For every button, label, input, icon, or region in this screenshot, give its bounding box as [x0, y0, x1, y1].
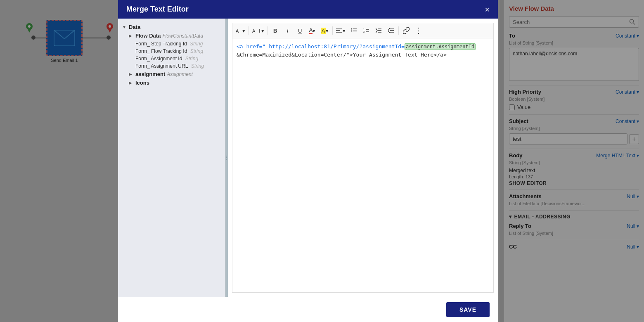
font-family-dropdown[interactable]: A I ▾: [251, 27, 266, 35]
assignment-id-label: Form_ Assignment Id: [135, 56, 182, 62]
editor-content-assignment-id-tag: assignment.AssignmentId: [405, 43, 476, 50]
editor-panel: A ▾ A I ▾ B I U A ▾ A ▾: [228, 19, 498, 297]
ordered-list-button[interactable]: 1. 2.: [360, 25, 372, 36]
link-icon: [403, 27, 410, 34]
modal-body: ▼ Data ▶ Flow Data FlowConstantData Form…: [118, 19, 498, 297]
tree-assignment[interactable]: ▶ assignment Assignment: [129, 70, 221, 78]
ol-icon: 1. 2.: [363, 28, 369, 33]
assignment-url-label: Form_ Assignment URL: [135, 63, 188, 69]
tree-icons-label: Icons: [135, 80, 149, 86]
font-family-icon: A: [252, 28, 258, 33]
align-icon: [336, 28, 342, 33]
save-button[interactable]: SAVE: [446, 302, 490, 317]
tree-root-label: Data: [129, 24, 140, 30]
editor-content-url-rest: &Chrome=Maximized&Location=Center/">Your…: [237, 52, 447, 58]
indent-icon: [376, 28, 381, 33]
more-button[interactable]: ⋮: [413, 25, 424, 36]
tree-icons-arrow: ▶: [129, 80, 134, 85]
svg-point-14: [351, 28, 352, 30]
tree-flow-data[interactable]: ▶ Flow Data FlowConstantData: [129, 31, 221, 40]
editor-content[interactable]: <a href=" http://localhost:81/Primary/?a…: [232, 38, 494, 293]
flow-data-children: Form_ Step Tracking Id String Form_ Flow…: [129, 40, 221, 70]
tree-assignment-type: Assignment: [167, 71, 193, 77]
editor-toolbar: A ▾ A I ▾ B I U A ▾ A ▾: [232, 23, 494, 38]
flow-tracking-label: Form_ Flow Tracking Id: [135, 48, 187, 54]
toolbar-sep-3: [332, 26, 333, 35]
tree-flow-arrow: ▶: [129, 33, 134, 38]
tree-children: ▶ Flow Data FlowConstantData Form_ Step …: [122, 31, 221, 87]
tree-child-step-tracking[interactable]: Form_ Step Tracking Id String: [135, 40, 221, 47]
italic-button[interactable]: I: [282, 25, 294, 36]
align-dropdown[interactable]: ▾: [334, 27, 347, 35]
modal-close-button[interactable]: ×: [485, 5, 490, 14]
modal-header: Merge Text Editor ×: [118, 0, 498, 19]
indent-button[interactable]: [373, 25, 384, 36]
font-size-icon: A: [236, 28, 242, 33]
svg-text:2.: 2.: [363, 31, 365, 33]
tree-child-assignment-url[interactable]: Form_ Assignment URL String: [135, 62, 221, 70]
tree-flow-data-type: FlowConstantData: [162, 33, 203, 39]
editor-content-url: http://localhost:81/Primary/?assignmentI…: [265, 43, 405, 50]
link-button[interactable]: [400, 25, 412, 36]
outdent-button[interactable]: [385, 25, 397, 36]
svg-text:A: A: [252, 28, 256, 33]
tree-assignment-arrow: ▶: [129, 72, 134, 76]
modal-title: Merge Text Editor: [126, 5, 189, 14]
svg-point-16: [351, 31, 352, 32]
tree-child-assignment-id[interactable]: Form_ Assignment Id String: [135, 55, 221, 62]
tree-panel: ▼ Data ▶ Flow Data FlowConstantData Form…: [118, 19, 225, 297]
tree-icons[interactable]: ▶ Icons: [129, 78, 221, 87]
step-tracking-label: Form_ Step Tracking Id: [135, 41, 187, 47]
tree-flow-data-label: Flow Data: [135, 33, 161, 39]
tree-child-flow-tracking[interactable]: Form_ Flow Tracking Id String: [135, 47, 221, 55]
underline-button[interactable]: U: [294, 25, 306, 36]
tree-root-data[interactable]: ▼ Data: [122, 23, 221, 31]
tree-assignment-label: assignment: [135, 71, 165, 77]
font-size-dropdown[interactable]: A ▾: [234, 27, 247, 35]
toolbar-sep-2: [268, 26, 268, 35]
toolbar-sep-4: [398, 26, 399, 35]
svg-text:A: A: [236, 28, 239, 33]
font-color-button[interactable]: A ▾: [307, 25, 318, 36]
editor-content-tag-open: <a href=": [237, 43, 265, 50]
tree-root-arrow: ▼: [122, 25, 127, 29]
bold-button[interactable]: B: [270, 25, 281, 36]
unordered-list-button[interactable]: [348, 25, 360, 36]
toolbar-sep-1: [249, 26, 249, 35]
highlight-button[interactable]: A ▾: [319, 25, 331, 36]
modal-footer: SAVE: [118, 297, 498, 322]
merge-text-editor-modal: Merge Text Editor × ▼ Data ▶ Flow Data F…: [118, 0, 498, 322]
ul-icon: [351, 28, 357, 33]
outdent-icon: [388, 28, 394, 33]
